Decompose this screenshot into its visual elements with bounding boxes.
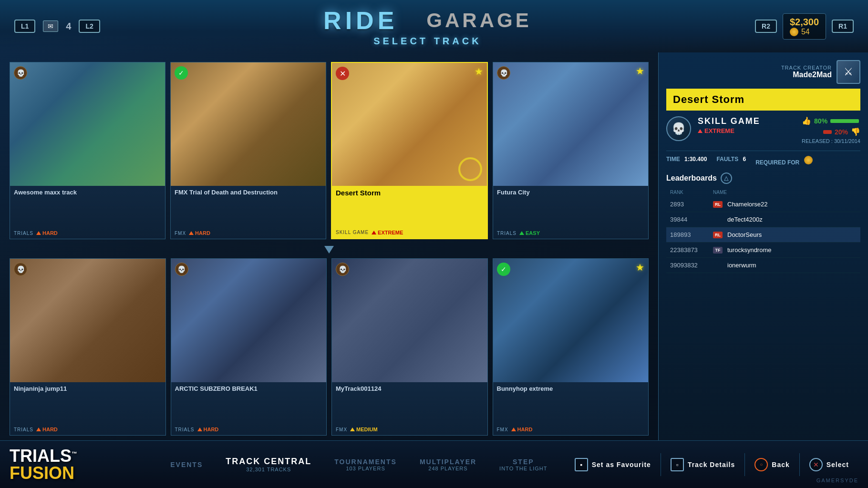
track-image: 💀: [332, 259, 487, 382]
time-label: TIME: [666, 156, 680, 163]
tab-multiplayer[interactable]: MULTIPLAYER 248 PLAYERS: [408, 454, 488, 475]
coin-icon: [790, 28, 798, 36]
tab-multiplayer-label: MULTIPLAYER: [420, 458, 476, 466]
tab-step-sub: INTO THE LIGHT: [499, 466, 547, 471]
track-image: ✕ ★: [332, 63, 487, 186]
track-type: FMX: [175, 231, 186, 236]
track-difficulty: EXTREME: [372, 230, 403, 235]
track-card-desert-storm[interactable]: ✕ ★ Desert Storm SKILL GAME EXTREME: [331, 62, 488, 239]
track-name: Futura City: [497, 189, 644, 196]
track-name: MyTrack001124: [336, 385, 484, 393]
track-type-info: SKILL GAME EXTREME: [698, 116, 795, 134]
track-type-row: SKILL GAME EXTREME: [336, 230, 483, 235]
tab-step[interactable]: STEP INTO THE LIGHT: [488, 454, 558, 475]
negative-rating: 20%: [835, 128, 848, 136]
track-badge: 💀: [175, 263, 188, 276]
header-title: RIDE GARAGE: [100, 6, 755, 35]
leaderboard-button[interactable]: △: [721, 173, 732, 184]
track-info: FMX Trial of Death and Destruction FMX H…: [171, 186, 326, 239]
track-difficulty: HARD: [189, 230, 210, 236]
track-card-ninjaninja[interactable]: 💀 Ninjaninja jump11 TRIALS HARD: [10, 258, 166, 436]
creator-info: TRACK CREATOR Made2Mad: [781, 65, 832, 79]
skill-game-label: SKILL GAME: [698, 116, 795, 126]
set-favourite-btn[interactable]: ▪ Set as Favourite: [565, 453, 661, 476]
difficulty-triangle: [189, 231, 194, 235]
track-details-btn[interactable]: ▫ Track Details: [661, 453, 744, 476]
track-difficulty: HARD: [197, 427, 219, 432]
skill-game-target: [458, 157, 482, 181]
track-card-futura[interactable]: 💀 ★ Futura City TRIALS EASY: [493, 62, 649, 239]
difficulty-triangle: [350, 427, 355, 431]
track-type: TRIALS: [175, 427, 195, 432]
set-favourite-label: Set as Favourite: [592, 461, 651, 468]
track-name: FMX Trial of Death and Destruction: [175, 189, 322, 196]
track-card-bunnyhop[interactable]: ✓ ★ Bunnyhop extreme FMX HARD: [493, 258, 649, 436]
circle-button-icon: ○: [754, 458, 768, 471]
lb-rank: 189893: [670, 231, 708, 238]
scroll-indicator: [324, 246, 334, 254]
time-stat: TIME 1:30.400: [666, 156, 707, 166]
lb-rank: 39093832: [670, 262, 708, 269]
difficulty-triangle: [36, 231, 41, 235]
track-card-arctic[interactable]: 💀 ARCTIC SUBZERO BREAK1 TRIALS HARD: [171, 258, 327, 436]
track-type-row: FMX HARD: [497, 427, 645, 432]
track-meta: 💀 SKILL GAME EXTREME 👍 80% 20%: [666, 116, 860, 144]
l2-button[interactable]: L2: [79, 20, 100, 33]
lb-name: DoctorSeurs: [727, 231, 857, 238]
tab-track-central-sub: 32,301 TRACKS: [226, 467, 311, 472]
track-row-1: 💀 Awesome maxx track TRIALS HARD: [10, 62, 649, 239]
track-name: Awesome maxx track: [14, 189, 161, 196]
nav-tabs: EVENTS TRACK CENTRAL 32,301 TRACKS TOURN…: [153, 453, 565, 476]
tab-tournaments[interactable]: TOURNAMENTS 103 PLAYERS: [323, 454, 408, 475]
select-btn[interactable]: ✕ Select: [799, 453, 858, 476]
track-badge: 💀: [336, 263, 349, 276]
track-image: 💀: [10, 259, 165, 382]
track-image: 💀: [171, 259, 327, 382]
track-info: Ninjaninja jump11 TRIALS HARD: [10, 382, 165, 435]
skill-game-icon: 💀: [666, 116, 691, 141]
extreme-triangle: [698, 129, 703, 133]
lb-name: deTect4200z: [727, 216, 857, 223]
creator-label: TRACK CREATOR: [781, 65, 832, 71]
track-badge: 💀: [14, 263, 27, 276]
logo-tm: ™: [72, 450, 77, 457]
logo-trials: TRIALS™: [10, 447, 77, 465]
track-card-fmx-trial[interactable]: ✓ FMX Trial of Death and Destruction FMX…: [170, 62, 326, 239]
track-type-row: FMX HARD: [175, 230, 322, 236]
track-type-row: FMX MEDIUM: [336, 427, 484, 432]
back-btn[interactable]: ○ Back: [744, 453, 799, 476]
tab-tournaments-sub: 103 PLAYERS: [334, 466, 397, 471]
square-button-icon: ▪: [575, 458, 588, 471]
rating-negative-row: 20% 👎: [802, 127, 860, 136]
track-type: TRIALS: [14, 427, 33, 432]
track-type: FMX: [497, 427, 508, 432]
track-image: ✓ ★: [493, 259, 649, 382]
track-card-mytrack[interactable]: 💀 MyTrack001124 FMX MEDIUM: [331, 258, 488, 436]
thumbs-down-icon: 👎: [851, 127, 860, 136]
mail-icon[interactable]: ✉: [43, 20, 58, 32]
difficulty-triangle: [372, 231, 376, 234]
tab-events[interactable]: EVENTS: [159, 457, 214, 472]
track-card-awesome[interactable]: 💀 Awesome maxx track TRIALS HARD: [10, 62, 165, 239]
lb-rank: 22383873: [670, 246, 708, 254]
lb-row-4: 22383873 TF turocksyndrome: [666, 243, 860, 258]
track-type: TRIALS: [14, 231, 33, 236]
tab-events-label: EVENTS: [170, 461, 203, 468]
track-info: ARCTIC SUBZERO BREAK1 TRIALS HARD: [171, 382, 327, 435]
track-info: Awesome maxx track TRIALS HARD: [10, 186, 165, 239]
tab-track-central[interactable]: TRACK CENTRAL 32,301 TRACKS: [214, 453, 323, 476]
rating-row: 👍 80%: [802, 116, 860, 125]
track-badge: ✓: [497, 263, 510, 276]
track-image: 💀: [10, 62, 165, 186]
difficulty-triangle: [519, 231, 524, 235]
track-details-label: Track Details: [688, 461, 735, 468]
l1-button[interactable]: L1: [14, 20, 35, 33]
r2-button[interactable]: R2: [755, 20, 777, 33]
lb-row-3: 189893 RL DoctorSeurs: [666, 227, 860, 243]
track-difficulty: HARD: [36, 427, 58, 432]
header-right: R2 $2,300 54 R1: [755, 13, 854, 40]
r1-button[interactable]: R1: [832, 20, 854, 33]
gamersyde-watermark: GAMERSYDE: [816, 478, 858, 483]
trials-fusion-logo: TRIALS™ FUSION: [10, 447, 77, 482]
faults-label: FAULTS: [716, 156, 738, 163]
